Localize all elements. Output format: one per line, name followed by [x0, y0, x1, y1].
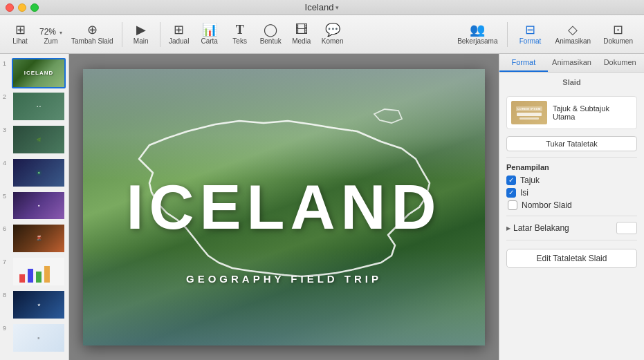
nombor-slaid-checkbox[interactable]	[508, 200, 517, 210]
toolbar: ⊞ Lihat 72% ▾ Zum ⊕ Tambah Slaid ▶ Main …	[0, 15, 644, 54]
penampilan-section: Penampilan ✓ Tajuk ✓ Isi Nombor Slaid	[506, 163, 637, 210]
nombor-slaid-row: Nombor Slaid	[506, 200, 637, 210]
media-icon: 🎞	[295, 23, 308, 36]
change-layout-button[interactable]: Tukar Tataletak	[506, 136, 637, 151]
slide-thumb-5[interactable]: 5 ●	[3, 191, 66, 221]
zoom-button[interactable]	[30, 3, 39, 12]
slide-thumb-7[interactable]: 7	[3, 256, 66, 287]
minimize-button[interactable]	[18, 3, 26, 12]
penampilan-label: Penampilan	[506, 163, 637, 171]
tab-dokumen[interactable]: Dokumen	[596, 54, 644, 72]
collaborate-icon: 👥	[470, 23, 485, 36]
svg-rect-1	[28, 269, 33, 283]
zoom-arrow-icon: ▾	[59, 30, 62, 36]
slide-thumb-1[interactable]: 1 ICELAND	[3, 58, 66, 88]
panel-section-label: Slaid	[499, 73, 644, 89]
text-icon: T	[236, 23, 244, 36]
lorem-bar-2	[519, 117, 539, 120]
tab-format[interactable]: Format	[499, 54, 548, 72]
isi-label: Isi	[520, 188, 528, 198]
zoom-level-icon: 72% ▾	[39, 24, 62, 37]
toolbar-item-tambah-slaid[interactable]: ⊕ Tambah Slaid	[67, 21, 118, 47]
svg-rect-0	[19, 274, 25, 283]
toolbar-item-jadual[interactable]: ⊞ Jadual	[165, 21, 194, 47]
layout-thumbnail: LOREM IPSUM	[511, 101, 547, 124]
toolbar-item-bentuk[interactable]: ◯ Bentuk	[256, 21, 286, 47]
table-icon: ⊞	[174, 23, 184, 36]
shape-icon: ◯	[264, 23, 277, 36]
add-slide-icon: ⊕	[87, 23, 98, 36]
toolbar-right-group: 👥 Bekerjasama ⊟ Format ◇ Animasikan ⊡ Do…	[452, 21, 638, 47]
slide-thumb-3[interactable]: 3 🌿	[3, 124, 66, 155]
toolbar-separator-3	[507, 22, 508, 47]
tab-animasikan[interactable]: Animasikan	[548, 54, 596, 72]
toolbar-item-bekerjasama[interactable]: 👥 Bekerjasama	[452, 21, 503, 47]
tajuk-row: ✓ Tajuk	[506, 176, 637, 185]
main-slide-canvas[interactable]: ICELAND GEOGRAPHY FIELD TRIP	[83, 69, 485, 345]
format-icon: ⊟	[525, 23, 535, 36]
slide-thumb-2[interactable]: 2 ▪ ▪	[3, 91, 66, 122]
latar-chevron-icon: ▶	[506, 225, 510, 231]
slide-thumb-6[interactable]: 6 🌋	[3, 223, 66, 254]
view-icon: ⊞	[15, 23, 26, 36]
animate-icon: ◇	[568, 23, 578, 36]
latar-color-swatch[interactable]	[616, 222, 637, 234]
document-icon: ⊡	[613, 23, 623, 36]
toolbar-item-media[interactable]: 🎞 Media	[287, 21, 316, 47]
edit-tataletak-button[interactable]: Edit Tataletak Slaid	[506, 249, 637, 268]
latar-section[interactable]: ▶ Latar Belakang	[506, 222, 637, 234]
tajuk-label: Tajuk	[520, 176, 540, 185]
toolbar-item-carta[interactable]: 📊 Carta	[195, 21, 224, 47]
svg-rect-3	[44, 266, 50, 283]
traffic-lights	[6, 3, 39, 12]
slide-panel: 1 ICELAND 2 ▪ ▪ 3 🌿 4	[0, 54, 69, 360]
toolbar-item-zum[interactable]: 72% ▾ Zum	[36, 22, 66, 47]
canvas-area: ICELAND GEOGRAPHY FIELD TRIP	[69, 54, 499, 360]
chart-icon: 📊	[202, 23, 217, 36]
toolbar-separator-2	[160, 22, 160, 47]
section-divider-2	[506, 216, 637, 216]
toolbar-item-komen[interactable]: 💬 Komen	[318, 21, 348, 47]
play-icon: ▶	[136, 23, 146, 36]
layout-preview: LOREM IPSUM Tajuk & Subtajuk Utama	[506, 96, 637, 129]
title-chevron-icon: ▾	[335, 4, 339, 11]
lorem-text: LOREM IPSUM	[516, 106, 542, 111]
slide-title: ICELAND	[127, 171, 442, 243]
right-panel: Format Animasikan Dokumen Slaid LOREM IP…	[499, 54, 644, 360]
lorem-bar-1	[517, 113, 542, 116]
isi-checkbox[interactable]: ✓	[506, 188, 516, 198]
comment-icon: 💬	[325, 23, 340, 36]
slide-thumb-4[interactable]: 4 ✦	[3, 158, 66, 188]
tajuk-checkbox[interactable]: ✓	[506, 176, 516, 185]
slide-thumb-8[interactable]: 8 ★	[3, 290, 66, 320]
toolbar-item-dokumen[interactable]: ⊡ Dokumen	[598, 21, 638, 47]
toolbar-item-lihat[interactable]: ⊞ Lihat	[6, 21, 35, 47]
toolbar-item-main[interactable]: ▶ Main	[127, 21, 156, 47]
toolbar-item-format[interactable]: ⊟ Format	[512, 21, 548, 47]
slide-subtitle: GEOGRAPHY FIELD TRIP	[186, 273, 382, 285]
layout-name: Tajuk & Subtajuk Utama	[553, 104, 632, 121]
svg-rect-2	[36, 272, 42, 283]
right-panel-tabs: Format Animasikan Dokumen	[499, 54, 644, 73]
toolbar-item-animasikan[interactable]: ◇ Animasikan	[549, 21, 596, 47]
main-area: 1 ICELAND 2 ▪ ▪ 3 🌿 4	[0, 54, 644, 360]
titlebar: Iceland ▾	[0, 0, 644, 15]
section-divider-1	[506, 157, 637, 158]
latar-label: Latar Belakang	[513, 223, 569, 233]
toolbar-separator-1	[122, 22, 122, 47]
section-divider-3	[506, 240, 637, 240]
isi-row: ✓ Isi	[506, 188, 637, 198]
right-panel-content: LOREM IPSUM Tajuk & Subtajuk Utama Tukar…	[499, 89, 644, 360]
slide-thumb-9[interactable]: 9 ≡	[3, 323, 66, 353]
nombor-slaid-label: Nombor Slaid	[522, 200, 572, 210]
close-button[interactable]	[6, 3, 14, 12]
toolbar-item-teks[interactable]: T Teks	[226, 21, 255, 47]
window-title: Iceland ▾	[305, 2, 340, 12]
